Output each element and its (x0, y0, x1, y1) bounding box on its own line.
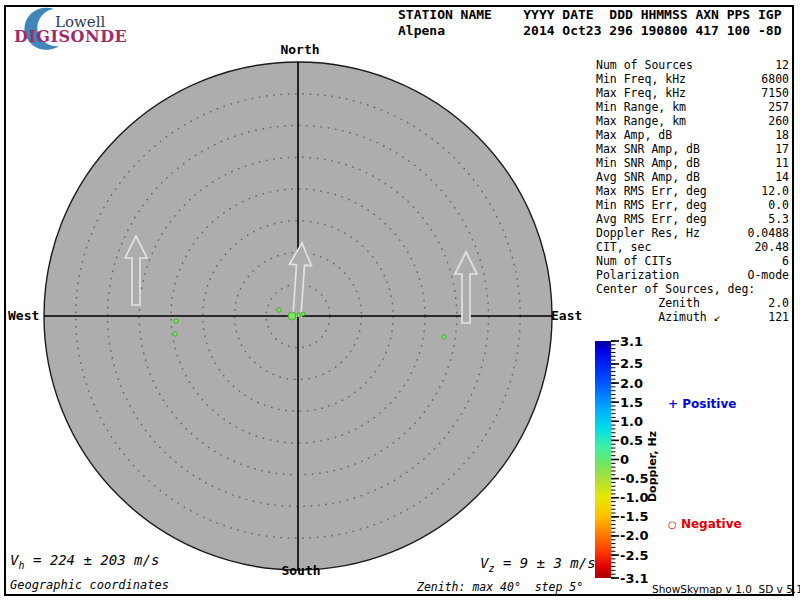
stats-row: Max Amp, dB18 (596, 128, 789, 142)
stat-value: 257 (768, 100, 789, 114)
stats-row: CIT, sec20.48 (596, 240, 789, 254)
colorbar-axis-title: Doppler, Hz (646, 427, 659, 507)
negative-label: Negative (681, 517, 742, 531)
colorbar-tick-label: 1.0 (620, 414, 643, 429)
stat-value: 2.0 (768, 296, 789, 310)
colorbar-tick-label: -2.0 (620, 528, 648, 543)
source-dot (301, 312, 305, 316)
coordinate-system-label: Geographic coordinates (10, 578, 169, 592)
stats-row: Avg SNR Amp, dB14 (596, 170, 789, 184)
colorbar-tick-label: -1.0 (620, 490, 648, 505)
colorbar-tick-label: -3.1 (620, 571, 648, 586)
stat-value: 12 (775, 58, 789, 72)
stat-value: 6 (782, 254, 789, 268)
colorbar-tick-label: 2.5 (620, 356, 643, 371)
negative-doppler-legend: ○ Negative (668, 517, 742, 531)
colorbar-tick-label: 1.5 (620, 395, 643, 410)
stats-row: Zenith2.0 (596, 296, 789, 310)
stat-value: 12.0 (761, 184, 789, 198)
stats-row: Min Freq, kHz6800 (596, 72, 789, 86)
stat-value: 5.3 (768, 212, 789, 226)
vz-value: = 9 ± 3 m/s (494, 555, 595, 571)
source-dot (174, 319, 178, 323)
stats-row: Doppler Res, Hz0.0488 (596, 226, 789, 240)
header-columns-row: STATION NAME YYYY DATE DDD HHMMSS AXN PP… (398, 7, 782, 23)
compass-north-label: North (270, 42, 330, 57)
stats-row: Min Range, km257 (596, 100, 789, 114)
stat-value: 14 (775, 170, 789, 184)
stat-value: 260 (768, 114, 789, 128)
plus-icon: + (668, 397, 678, 411)
zenith-scale-note: Zenith: max 40° step 5° (417, 580, 583, 594)
stat-label: Num of CITs (596, 254, 672, 268)
colorbar-tick-label: -1.5 (620, 509, 648, 524)
stats-row: Max Range, km260 (596, 114, 789, 128)
stat-label: Max RMS Err, deg (596, 184, 707, 198)
stat-label: Min Range, km (596, 100, 686, 114)
measurement-stats-panel: Num of Sources12Min Freq, kHz6800Max Fre… (596, 58, 789, 324)
colorbar-tick-label: -0.5 (620, 471, 648, 486)
stat-label: Min Freq, kHz (596, 72, 686, 86)
stats-row: Max Freq, kHz7150 (596, 86, 789, 100)
compass-south-label: South (270, 563, 332, 578)
stat-label: Avg RMS Err, deg (596, 212, 707, 226)
positive-doppler-legend: + Positive (668, 397, 736, 411)
circle-icon: ○ (668, 519, 677, 530)
stat-label: Max Freq, kHz (596, 86, 686, 100)
stats-row: Min RMS Err, deg0.0 (596, 198, 789, 212)
positive-label: Positive (682, 397, 736, 411)
colorbar-tick-label: 0.5 (620, 433, 643, 448)
stat-value: 7150 (761, 86, 789, 100)
colorbar-tick-label: 2.0 (620, 376, 643, 391)
stat-value: 0.0 (768, 198, 789, 212)
stat-value: 20.48 (754, 240, 789, 254)
vh-value: = 224 ± 203 m/s (24, 552, 159, 568)
stat-label: Max Range, km (596, 114, 686, 128)
header-values-row: Alpena 2014 Oct23 296 190800 417 100 -8D (398, 23, 782, 39)
stats-row: Avg RMS Err, deg5.3 (596, 212, 789, 226)
stat-label: Max SNR Amp, dB (596, 142, 700, 156)
stats-row: Max SNR Amp, dB17 (596, 142, 789, 156)
stat-label: Num of Sources (596, 58, 693, 72)
source-dot (297, 313, 301, 317)
source-dot (442, 335, 446, 339)
stats-row: PolarizationO-mode (596, 268, 789, 282)
source-dot (277, 308, 281, 312)
stat-label: Min RMS Err, deg (596, 198, 707, 212)
colorbar-tick-label: 0 (620, 452, 629, 467)
stat-value: 121 (768, 310, 789, 324)
stats-row: Max RMS Err, deg12.0 (596, 184, 789, 198)
header-table: STATION NAME YYYY DATE DDD HHMMSS AXN PP… (398, 7, 782, 39)
stat-label: Polarization (596, 268, 679, 282)
colorbar-tick-label: 3.1 (620, 334, 643, 349)
stat-label: Min SNR Amp, dB (596, 156, 700, 170)
stat-label: Avg SNR Amp, dB (596, 170, 700, 184)
vertical-velocity-readout: Vz = 9 ± 3 m/s (480, 555, 596, 574)
compass-west-label: West (8, 308, 39, 323)
stat-value: 0.0488 (747, 226, 789, 240)
stat-value: 6800 (761, 72, 789, 86)
lowell-digisonde-logo: Lowell DIGISONDE (10, 6, 140, 50)
horizontal-velocity-readout: Vh = 224 ± 203 m/s (10, 552, 159, 571)
stats-row: Num of Sources12 (596, 58, 789, 72)
stat-label: Max Amp, dB (596, 128, 672, 142)
logo-digisonde-text: DIGISONDE (14, 27, 127, 46)
stat-value: 17 (775, 142, 789, 156)
stat-value: 11 (775, 156, 789, 170)
stat-label: Doppler Res, Hz (596, 226, 700, 240)
stats-row: Min SNR Amp, dB11 (596, 156, 789, 170)
source-dot (173, 332, 177, 336)
stat-label: Zenith (596, 296, 700, 310)
stat-value: 18 (775, 128, 789, 142)
stats-row: Num of CITs6 (596, 254, 789, 268)
stat-label: CIT, sec (596, 240, 651, 254)
stats-row: Azimuth ↙121 (596, 310, 789, 324)
version-label: ShowSkymap v 1.0 SD v 5.1 (652, 583, 800, 595)
source-dot (288, 312, 296, 320)
colorbar-tick-label: -2.5 (620, 548, 648, 563)
stat-label: Center of Sources, deg: (596, 282, 755, 296)
stat-value: O-mode (747, 268, 789, 282)
stats-row: Center of Sources, deg: (596, 282, 789, 296)
stat-label: Azimuth ↙ (596, 310, 721, 324)
compass-east-label: East (551, 308, 582, 323)
